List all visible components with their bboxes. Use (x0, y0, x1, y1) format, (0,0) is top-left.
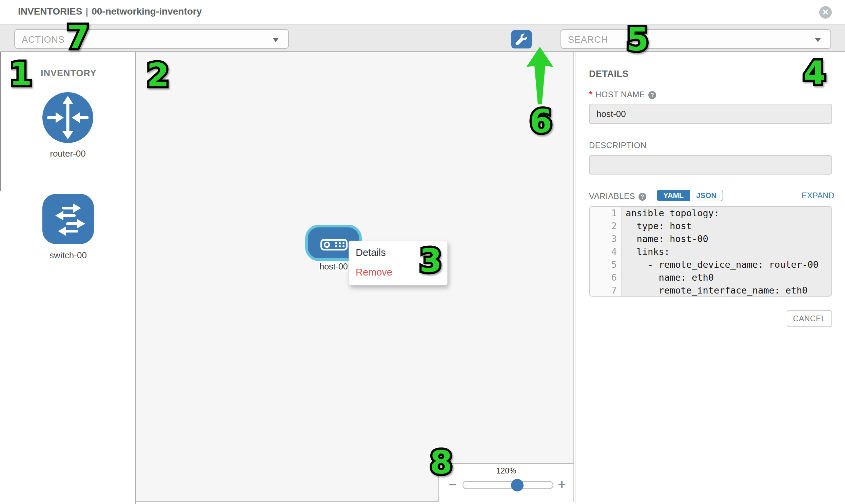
description-label: DESCRIPTION (589, 141, 647, 150)
json-toggle-button[interactable]: JSON (690, 190, 723, 201)
code-line: 3 name: host-00 (590, 233, 831, 246)
sidebar-item-router-00[interactable]: router-00 (42, 92, 93, 159)
host-node-label: host-00 (319, 262, 348, 271)
actions-dropdown-label: ACTIONS (22, 35, 65, 45)
line-number: 7 (590, 284, 621, 296)
line-text: name: host-00 (621, 233, 708, 246)
zoom-slider-thumb[interactable] (511, 479, 524, 491)
line-number: 3 (590, 233, 621, 246)
code-line: 7 remote_interface_name: eth0 (590, 284, 831, 296)
variables-label-text: VARIABLES (589, 192, 635, 201)
help-icon[interactable]: ? (648, 91, 656, 99)
host-name-label-text: HOST NAME (595, 90, 645, 99)
line-text: links: (621, 246, 670, 258)
line-text: ansible_topology: (621, 207, 719, 220)
host-name-input[interactable] (589, 104, 832, 124)
host-name-label: *HOST NAME? (589, 89, 656, 100)
chevron-down-icon (815, 38, 821, 42)
yaml-toggle-button[interactable]: YAML (657, 190, 690, 201)
breadcrumb-separator: | (82, 6, 91, 17)
search-dropdown-label: SEARCH (568, 35, 608, 45)
toolbar: ACTIONS SEARCH (0, 24, 845, 52)
wrench-icon (515, 33, 528, 46)
server-icon (320, 239, 348, 251)
zoom-in-button[interactable]: + (558, 478, 566, 491)
search-dropdown[interactable]: SEARCH (561, 29, 831, 49)
app-header: INVENTORIES|00-networking-inventory ✕ (0, 0, 845, 24)
context-menu: Details Remove (349, 241, 447, 285)
sidebar-item-label: router-00 (42, 148, 93, 159)
breadcrumb-inventory-name: 00-networking-inventory (91, 6, 202, 17)
sidebar-heading: INVENTORY (41, 68, 96, 79)
code-line: 1ansible_topology: (590, 207, 831, 220)
details-panel: DETAILS *HOST NAME? DESCRIPTION VARIABLE… (575, 52, 845, 504)
sidebar-item-switch-00[interactable]: switch-00 (42, 194, 94, 260)
code-line: 2 type: host (590, 220, 831, 233)
switch-icon (42, 194, 94, 244)
breadcrumb: INVENTORIES|00-networking-inventory (18, 6, 202, 17)
variables-label: VARIABLES? (589, 192, 646, 201)
help-icon[interactable]: ? (638, 193, 646, 201)
router-icon (42, 92, 93, 143)
details-panel-title: DETAILS (589, 69, 629, 79)
line-number: 2 (590, 220, 621, 233)
zoom-slider[interactable] (462, 481, 553, 489)
sidebar-item-label: switch-00 (42, 250, 94, 260)
code-line: 5 - remote_device_name: router-00 (590, 258, 831, 271)
variables-code-editor[interactable]: 1ansible_topology: 2 type: host 3 name: … (589, 206, 832, 296)
line-text: name: eth0 (621, 271, 714, 284)
configure-tools-button[interactable] (511, 30, 532, 49)
zoom-out-button[interactable]: − (448, 478, 456, 491)
line-text: type: host (621, 220, 692, 233)
line-text: - remote_device_name: router-00 (621, 258, 818, 271)
close-icon[interactable]: ✕ (819, 6, 832, 19)
line-text: remote_interface_name: eth0 (621, 284, 807, 296)
actions-dropdown[interactable]: ACTIONS (14, 29, 289, 49)
required-marker: * (589, 89, 593, 99)
code-line: 6 name: eth0 (590, 271, 831, 284)
line-number: 6 (590, 271, 621, 284)
context-menu-item-details[interactable]: Details (356, 242, 440, 263)
zoom-level-value: 120% (439, 466, 574, 475)
code-line: 4 links: (590, 246, 831, 258)
line-number: 1 (590, 207, 621, 220)
topology-canvas[interactable]: host-00 Details Remove 120% − + (136, 52, 574, 502)
line-number: 4 (590, 246, 621, 258)
description-input[interactable] (589, 155, 832, 175)
variables-format-toggle: YAMLJSON (657, 190, 723, 201)
zoom-control-panel: 120% − + (438, 463, 574, 502)
inventory-sidebar: INVENTORY router-00 (0, 52, 136, 504)
expand-link[interactable]: EXPAND (802, 191, 834, 200)
breadcrumb-section: INVENTORIES (18, 6, 82, 17)
context-menu-item-remove[interactable]: Remove (356, 262, 440, 282)
chevron-down-icon (272, 38, 279, 42)
scrollbar[interactable] (0, 52, 1, 191)
line-number: 5 (590, 258, 621, 271)
cancel-button[interactable]: CANCEL (787, 310, 832, 327)
